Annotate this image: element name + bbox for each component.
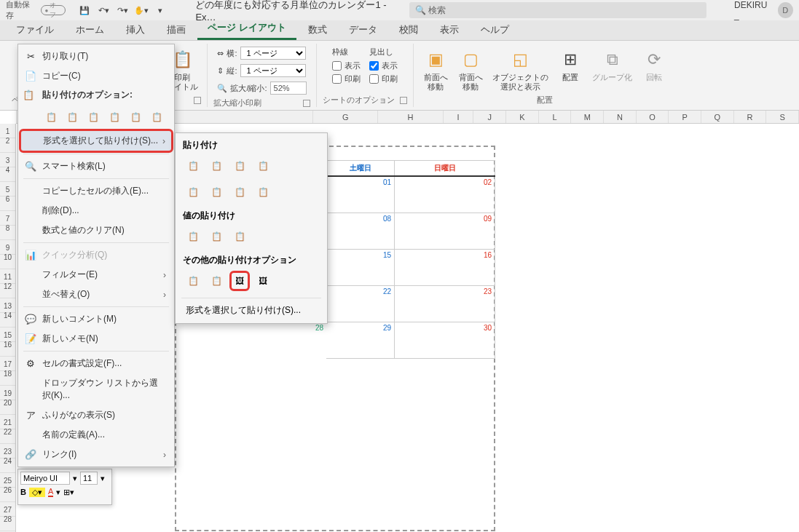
- send-backward-button[interactable]: ▢背面へ 移動: [454, 47, 487, 93]
- ribbon-tabs: ファイル ホーム 挿入 描画 ページ レイアウト 数式 データ 校閲 表示 ヘル…: [0, 20, 799, 41]
- ps-paste-label: 貼り付け: [178, 136, 324, 154]
- paste-opt-link[interactable]: 📋: [148, 107, 166, 127]
- bring-forward-button[interactable]: ▣前面へ 移動: [420, 47, 452, 93]
- mini-size-select[interactable]: [80, 472, 98, 485]
- ps-paste-all[interactable]: 📋: [183, 156, 203, 176]
- paste-opt-values[interactable]: 📋: [63, 107, 82, 127]
- comment-icon: 💬: [25, 314, 36, 325]
- calendar-fragment: 土曜日 日曜日 310102070809141516212223282930: [326, 160, 495, 359]
- cm-paste-special[interactable]: 形式を選択して貼り付け(S)...›: [19, 129, 173, 153]
- headings-print-checkbox[interactable]: 印刷: [369, 74, 398, 84]
- cm-delete[interactable]: 削除(D)...: [20, 201, 172, 221]
- cm-cut[interactable]: ✂切り取り(T): [20, 47, 172, 66]
- tab-data[interactable]: データ: [339, 20, 387, 40]
- ps-paste-fx-fmt[interactable]: 📋: [229, 156, 250, 176]
- rotate-button[interactable]: ⟳回転: [638, 47, 670, 84]
- tab-review[interactable]: 校閲: [389, 20, 428, 40]
- cm-new-note[interactable]: 📝新しいメモ(N): [20, 329, 172, 349]
- scissors-icon: ✂: [25, 51, 36, 63]
- cm-insert-copied[interactable]: コピーしたセルの挿入(E)...: [20, 181, 172, 201]
- chevron-right-icon: ›: [162, 136, 165, 146]
- group-button[interactable]: ⧉グループ化: [589, 47, 635, 84]
- ps-paste-transpose[interactable]: 📋: [229, 182, 250, 202]
- mini-bold-button[interactable]: B: [20, 488, 26, 496]
- sheet-options-dialog-launcher[interactable]: [400, 97, 407, 104]
- tab-draw[interactable]: 描画: [157, 20, 196, 40]
- cm-define-name[interactable]: 名前の定義(A)...: [20, 425, 172, 445]
- mini-font-color-button[interactable]: A: [48, 487, 53, 497]
- width-select[interactable]: 1 ページ: [240, 47, 306, 60]
- undo-icon[interactable]: ↶▾: [96, 3, 111, 17]
- tab-help[interactable]: ヘルプ: [471, 20, 519, 40]
- ps-other-link[interactable]: 📋: [206, 271, 227, 291]
- cm-new-comment[interactable]: 💬新しいコメント(M): [20, 309, 172, 329]
- tab-home[interactable]: ホーム: [66, 20, 114, 40]
- scale-input[interactable]: [270, 82, 307, 95]
- ps-other-label: その他の貼り付けオプション: [178, 251, 324, 269]
- gridlines-print-checkbox[interactable]: 印刷: [332, 74, 361, 84]
- cm-sort[interactable]: 並べ替え(O)›: [20, 285, 172, 304]
- tab-page-layout[interactable]: ページ レイアウト: [197, 17, 296, 40]
- ps-other-linked-picture[interactable]: 🖼: [253, 271, 273, 291]
- cm-filter[interactable]: フィルター(E)›: [20, 265, 172, 285]
- gridlines-view-checkbox[interactable]: 表示: [332, 60, 361, 71]
- quick-analysis-icon: 📊: [25, 250, 36, 261]
- ps-paste-formatting[interactable]: 📋: [253, 182, 273, 202]
- paste-special-submenu: 貼り付け 📋 📋 📋 📋 📋 📋 📋 📋 値の貼り付け 📋 📋 📋 その他の貼り…: [175, 132, 328, 324]
- cm-smart-lookup[interactable]: 🔍スマート検索(L): [20, 156, 172, 176]
- ps-paste-special-item[interactable]: 形式を選択して貼り付け(S)...: [178, 301, 324, 320]
- ribbon-group-arrange: ▣前面へ 移動 ▢背面へ 移動 ◱オブジェクトの 選択と表示 ⊞配置 ⧉グループ…: [414, 44, 676, 107]
- paste-opt-formulas[interactable]: 📋: [84, 107, 103, 127]
- mini-font-select[interactable]: [20, 472, 70, 485]
- user-info[interactable]: DEKIRU _ D: [734, 0, 793, 20]
- ps-values-srcfmt[interactable]: 📋: [229, 226, 250, 247]
- headings-view-checkbox[interactable]: 表示: [369, 60, 398, 71]
- search-icon: 🔍: [25, 161, 36, 172]
- cm-quick-analysis: 📊クイック分析(Q): [20, 245, 172, 265]
- context-menu: ✂切り取り(T) 📄コピー(C) 📋貼り付けのオプション: 📋 📋 📋 📋 📋 …: [17, 44, 175, 467]
- tab-view[interactable]: 表示: [430, 20, 469, 40]
- search-icon: 🔍: [415, 5, 426, 15]
- cm-copy[interactable]: 📄コピー(C): [20, 66, 172, 86]
- align-button[interactable]: ⊞配置: [554, 47, 586, 84]
- scale-dialog-launcher[interactable]: [303, 100, 310, 107]
- quick-access-toolbar: 💾 ↶▾ ↷▾ ✋▾ ▾: [77, 3, 168, 17]
- touch-icon[interactable]: ✋▾: [134, 3, 149, 17]
- clipboard-icon: 📋: [23, 89, 34, 100]
- paste-opt-formatting[interactable]: 📋: [127, 107, 145, 127]
- cm-dropdown-pick[interactable]: ドロップダウン リストから選択(K)...: [20, 373, 172, 405]
- tab-insert[interactable]: 挿入: [116, 20, 155, 40]
- cm-paste-options-label: 📋貼り付けのオプション:: [20, 86, 172, 104]
- cm-clear[interactable]: 数式と値のクリア(N): [20, 221, 172, 240]
- cm-format-cells[interactable]: ⚙セルの書式設定(F)...: [20, 354, 172, 373]
- selection-pane-button[interactable]: ◱オブジェクトの 選択と表示: [489, 47, 551, 93]
- paste-opt-transpose[interactable]: 📋: [106, 107, 124, 127]
- height-select[interactable]: 1 ページ: [240, 64, 306, 77]
- cm-show-phonetic[interactable]: アふりがなの表示(S): [20, 405, 172, 425]
- ps-paste-source-fmt[interactable]: 📋: [253, 156, 273, 176]
- title-bar: 自動保存 オフ 💾 ↶▾ ↷▾ ✋▾ ▾ どの年度にも対応する月単位のカレンダー…: [0, 0, 799, 20]
- ps-values[interactable]: 📋: [183, 226, 203, 247]
- page-setup-dialog-launcher[interactable]: [194, 97, 201, 104]
- link-icon: 🔗: [25, 449, 36, 461]
- tab-file[interactable]: ファイル: [6, 20, 64, 40]
- mini-border-button[interactable]: ⊞▾: [63, 488, 74, 497]
- tab-formulas[interactable]: 数式: [298, 20, 337, 40]
- redo-icon[interactable]: ↷▾: [115, 3, 130, 17]
- paste-opt-all[interactable]: 📋: [42, 107, 60, 127]
- ps-other-picture[interactable]: 🖼: [229, 271, 250, 291]
- save-icon[interactable]: 💾: [77, 3, 92, 17]
- ps-values-numfmt[interactable]: 📋: [206, 226, 227, 247]
- search-input[interactable]: 🔍 検索: [409, 2, 706, 18]
- note-icon: 📝: [25, 333, 36, 345]
- phonetic-icon: ア: [25, 410, 36, 421]
- qat-more-icon[interactable]: ▾: [153, 3, 168, 17]
- ps-paste-no-border[interactable]: 📋: [183, 182, 203, 202]
- ps-paste-formulas[interactable]: 📋: [206, 156, 227, 176]
- ps-other-formatting[interactable]: 📋: [183, 271, 203, 291]
- cm-link[interactable]: 🔗リンク(I)›: [20, 445, 172, 464]
- cm-paste-options-icons: 📋 📋 📋 📋 📋 📋: [20, 104, 172, 130]
- mini-fill-color-button[interactable]: ◇▾: [29, 488, 45, 497]
- ps-paste-colwidth[interactable]: 📋: [206, 182, 227, 202]
- autosave-toggle[interactable]: 自動保存 オフ: [6, 0, 66, 21]
